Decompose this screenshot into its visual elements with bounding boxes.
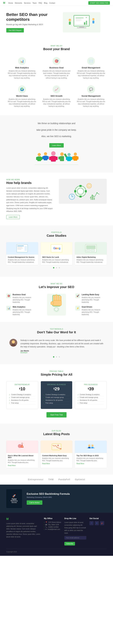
svg-point-15 — [38, 153, 41, 156]
case-title-1: SEO Hacks for Lavik — [42, 256, 71, 258]
mission-text3: Also, we live SEO & marketing. — [25, 134, 88, 138]
price-tier-2: Pro Business — [78, 384, 104, 386]
price-card-1: Growing Business $29 Content Strategy & … — [41, 381, 73, 409]
svg-rect-76 — [53, 300, 62, 306]
svg-rect-61 — [25, 246, 27, 251]
svg-rect-33 — [66, 157, 68, 160]
business-goal-icon: 🎯 — [52, 57, 61, 65]
blog-card-1: Content Marketing Made Easy Analytics le… — [41, 440, 73, 468]
testimonial-content: Nobody is made with care for every scale… — [20, 339, 103, 354]
nav-contact[interactable]: Contact — [49, 2, 55, 4]
svg-rect-10 — [86, 17, 87, 18]
pagination-dot-active[interactable] — [53, 267, 54, 268]
improve-item-desc-1: Analytics lets you measure advertising R… — [13, 309, 38, 316]
blog-link-1[interactable]: Read More — [42, 463, 50, 464]
footer-office-list: 📍 12/3 Street Adress 🏙 City, State 1234 … — [44, 521, 61, 530]
footer-office-title: My Office — [44, 518, 61, 520]
nav-services[interactable]: Services — [24, 2, 31, 4]
brand-logo-2: PandaFell — [58, 478, 70, 481]
testimonial-dot-active[interactable] — [53, 356, 54, 358]
pricing-cta-button[interactable]: Start Free Trial — [46, 412, 66, 418]
brand-logo-1: THW — [48, 478, 54, 481]
nav-elements[interactable]: Elements — [15, 2, 22, 4]
svg-rect-17 — [36, 157, 38, 160]
case-card-0: Content Management for Azores Analytics … — [6, 242, 38, 265]
improve-item-text-r1: Goal Driven Analytics lets you measure a… — [82, 306, 107, 316]
footer-about-text: Lorem ipsum dolor sit amet, consectetur … — [6, 522, 41, 538]
pricing-title: Simple Pricing for All — [6, 373, 107, 376]
footer-copyright: Copyright 2015 — [6, 551, 17, 553]
pagination-dot-1[interactable] — [56, 267, 57, 268]
improve-item-title-r0: Landing Made Easy — [82, 294, 107, 296]
svg-rect-44 — [74, 190, 76, 192]
hero-section: Better SEO than your competitors Brands … — [0, 6, 113, 39]
blog-card-0: Here's What We Learned About SEO Analyti… — [6, 440, 38, 468]
pagination-dot-2[interactable] — [59, 267, 60, 268]
footer-social-icons: f t g+ — [89, 521, 107, 525]
svg-point-11 — [69, 19, 71, 21]
improve-item-desc-r1: Analytics lets you measure advertising R… — [82, 309, 107, 316]
price-feature-1-2: Assistance for all queries — [43, 399, 70, 402]
testimonial-quote: Nobody is made with care for every scale… — [20, 339, 103, 348]
google-plus-icon[interactable]: g+ — [100, 521, 104, 525]
svg-point-78 — [54, 308, 58, 311]
ebook-section: 🚀 Digital Marketing Secrets Exclusive SE… — [0, 484, 113, 513]
social-icon: 💬 — [87, 86, 95, 93]
svg-rect-86 — [22, 444, 22, 446]
ebook-cta-button[interactable]: Call to Action — [27, 500, 42, 505]
improve-item-title-r1: Goal Driven — [82, 306, 107, 308]
boost-grid: 📊 Web Analytics Analytics lets you measu… — [6, 56, 107, 109]
price-feature-0-1: Create and manage group — [9, 396, 35, 399]
boost-item-desc-2: Analytics lets you measure advertising R… — [77, 70, 105, 79]
svg-rect-34 — [71, 157, 72, 160]
nav-team[interactable]: Team — [32, 2, 37, 4]
how-cta-button[interactable]: Learn More — [6, 215, 20, 219]
case-card-1: G o o g SEO Hacks for Lavik Analytics le… — [41, 242, 73, 265]
improve-item-icon-0: 🎯 — [6, 294, 11, 298]
twitter-icon[interactable]: t — [95, 521, 99, 525]
footer-office-item-3: ✉ email@email.com — [44, 528, 61, 530]
testimonial-inner: Nobody is made with care for every scale… — [10, 339, 103, 354]
price-tier-1: Growing Business — [43, 384, 70, 386]
nav-home[interactable]: Home — [8, 2, 13, 4]
nav-faq[interactable]: FAQ — [39, 2, 42, 4]
price-card-2: Pro Business $39 Content Strategy & anal… — [75, 381, 107, 409]
case-studies-section: PORTFOLIO Case Studies Content Managemen… — [0, 225, 113, 277]
nav-blog[interactable]: Blog — [44, 2, 47, 4]
case-studies-label: PORTFOLIO — [6, 232, 107, 233]
pricing-grid: Entrepreneur $10 Content Strategy & anal… — [6, 381, 107, 409]
svg-rect-26 — [55, 156, 58, 160]
blog-title-1: Content Marketing Made Easy — [42, 454, 71, 456]
blog-link-2[interactable]: Read More — [76, 463, 84, 464]
nav-cta-button[interactable]: START SEO ANALYSIS — [88, 1, 110, 5]
footer-subscribe-button[interactable]: Subscribe — [64, 542, 75, 546]
svg-rect-7 — [76, 21, 80, 21]
mission-text1: We thrive on building relationships and — [25, 122, 88, 125]
ebook-title: Exclusive SEO Backlinking Formula — [27, 492, 107, 495]
price-currency-2: $ — [88, 387, 89, 390]
svg-text:o: o — [57, 247, 59, 250]
facebook-icon[interactable]: f — [89, 521, 93, 525]
pricing-section: PRICING TABLE Simple Pricing for All Ent… — [0, 364, 113, 424]
mission-cta-button[interactable]: Learn More — [49, 143, 64, 148]
brand-logo-0: Entrepreneur — [28, 478, 44, 481]
price-card-0: Entrepreneur $10 Content Strategy & anal… — [6, 381, 38, 409]
svg-point-47 — [88, 185, 90, 187]
improve-item-r1: ⚡ Goal Driven Analytics lets you measure… — [75, 306, 107, 316]
boost-item-desc-0: Analytics lets you measure advertising R… — [8, 70, 36, 79]
testimonial-dot-2[interactable] — [59, 356, 60, 358]
testimonial-dot-1[interactable] — [56, 356, 57, 358]
blog-link-0[interactable]: Read More — [8, 464, 16, 466]
pricing-cta: Start Free Trial — [6, 412, 107, 418]
hero-cta-button[interactable]: Get SEO Report — [6, 28, 24, 32]
svg-rect-92 — [88, 447, 90, 448]
svg-rect-36 — [73, 156, 77, 161]
how-illustration — [59, 179, 107, 204]
blog-label: OUR BLOG — [6, 430, 107, 432]
svg-rect-20 — [44, 156, 47, 160]
footer-email-input[interactable] — [64, 536, 86, 540]
improve-label: WHAT WE DO — [6, 283, 107, 284]
footer-newsletter-form: Subscribe — [64, 536, 86, 546]
boost-item-seo-growth: 📈 SEO Growth Analytics lets you measure … — [41, 84, 72, 109]
blog-title-0: Here's What We Learned About SEO — [8, 454, 37, 458]
